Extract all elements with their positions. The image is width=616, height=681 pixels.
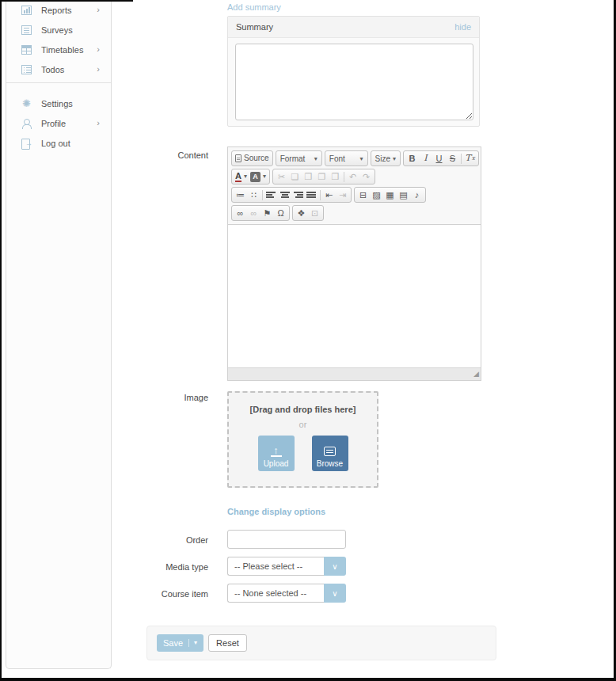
chart-icon [21, 6, 32, 15]
sidebar-item-label: Surveys [41, 25, 73, 35]
toolbar-row-2: A ▾ A ▾ ✂ ❏ ❒ ❐ ❒ ↶ ↷ [231, 169, 479, 185]
insert-iframe-button[interactable]: ▤ [397, 188, 410, 201]
survey-icon [21, 25, 32, 35]
paste-button[interactable]: ❒ [302, 170, 315, 183]
size-dropdown[interactable]: Size ▾ [371, 150, 401, 166]
upload-button-label: Upload [264, 459, 289, 468]
course-item-selected-value: -- None selected -- [227, 584, 324, 603]
align-left-button[interactable] [264, 188, 278, 201]
editor-content-area[interactable] [228, 225, 481, 367]
horizontal-rule-button[interactable]: ⊟ [356, 188, 370, 201]
bulleted-list-button[interactable]: ∷ [247, 188, 260, 201]
media-type-label: Media type [113, 562, 208, 572]
cut-button[interactable]: ✂ [275, 170, 288, 183]
upload-button[interactable]: ↑ Upload [258, 436, 295, 471]
editor-toolbar: Source Format ▾ Font ▾ Size ▾ B I [228, 147, 481, 225]
gear-icon: ✺ [21, 99, 32, 108]
align-justify-icon [306, 190, 317, 200]
background-color-button[interactable]: A ▾ [249, 170, 268, 183]
sidebar-divider [6, 82, 111, 83]
align-right-icon [293, 190, 303, 200]
format-label: Format [280, 154, 306, 163]
chevron-right-icon: › [97, 6, 100, 14]
summary-panel: Summary hide [227, 16, 480, 127]
align-center-button[interactable] [278, 188, 291, 201]
format-dropdown[interactable]: Format ▾ [276, 150, 322, 166]
media-type-select[interactable]: -- Please select -- ∨ [227, 557, 346, 576]
outdent-button[interactable]: ⇤ [322, 188, 336, 201]
undo-button[interactable]: ↶ [346, 170, 359, 183]
course-item-dropdown-button[interactable]: ∨ [324, 584, 346, 603]
toolbar-separator [461, 154, 462, 164]
bold-button[interactable]: B [405, 152, 419, 165]
redo-button[interactable]: ↷ [359, 170, 373, 183]
image-label: Image [113, 393, 208, 402]
source-button[interactable]: Source [234, 152, 271, 165]
course-item-label: Course item [113, 589, 208, 599]
special-character-button[interactable]: Ω [274, 207, 287, 219]
link-button[interactable]: ∞ [234, 207, 247, 219]
text-color-button[interactable]: A ▾ [234, 170, 249, 183]
italic-button[interactable]: I [419, 152, 432, 165]
toolbar-separator [320, 190, 321, 200]
sidebar-item-logout[interactable]: Log out [6, 133, 111, 153]
chevron-right-icon: › [97, 45, 100, 54]
insert-table-button[interactable]: ▦ [383, 188, 397, 201]
summary-textarea[interactable] [235, 44, 473, 120]
sidebar-item-label: Timetables [41, 45, 83, 55]
underline-button[interactable]: U [432, 152, 446, 165]
align-right-button[interactable] [291, 188, 305, 201]
chevron-down-icon: ∨ [332, 589, 337, 598]
sidebar-item-todos[interactable]: Todos › [6, 59, 111, 79]
drop-zone-text: [Drag and drop files here] [229, 405, 377, 414]
editor-bottom-bar: ◢ [228, 367, 481, 380]
paste-as-text-button[interactable]: ❐ [315, 170, 329, 183]
browse-button[interactable]: Browse [312, 436, 348, 471]
sidebar-item-surveys[interactable]: Surveys [6, 20, 111, 40]
align-justify-button[interactable] [305, 188, 318, 201]
file-drop-zone[interactable]: [Drag and drop files here] or ↑ Upload B… [227, 391, 378, 488]
resize-grip-icon[interactable]: ◢ [473, 371, 479, 378]
chevron-down-icon: ▾ [263, 170, 266, 183]
order-input[interactable] [227, 530, 346, 549]
chevron-down-icon: ∨ [332, 562, 337, 571]
hide-link[interactable]: hide [454, 22, 471, 32]
sidebar-item-label: Todos [41, 65, 64, 74]
remove-format-button[interactable]: Tx [463, 152, 477, 165]
sidebar-item-timetables[interactable]: Timetables › [6, 40, 111, 59]
save-button[interactable]: Save ▾ [157, 634, 203, 652]
numbered-list-button[interactable]: ≔ [234, 188, 247, 201]
copy-button[interactable]: ❏ [288, 170, 302, 183]
insert-audio-button[interactable]: ♪ [410, 188, 424, 201]
summary-panel-title: Summary [236, 22, 273, 32]
paste-from-word-button[interactable]: ❒ [329, 170, 342, 183]
reset-button[interactable]: Reset [208, 634, 247, 652]
chevron-down-icon: ▾ [360, 155, 363, 162]
add-summary-link[interactable]: Add summary [227, 2, 281, 12]
calendar-icon [21, 45, 32, 55]
anchor-button[interactable]: ⚑ [260, 207, 274, 219]
chevron-right-icon: › [97, 119, 100, 127]
sidebar: Reports › Surveys Timetables › Todos › ✺… [6, 0, 112, 669]
indent-button[interactable]: ⇥ [336, 188, 349, 201]
media-type-dropdown-button[interactable]: ∨ [324, 557, 346, 576]
course-item-select[interactable]: -- None selected -- ∨ [227, 584, 346, 603]
toolbar-separator [344, 172, 344, 182]
unlink-button[interactable]: ∞ [247, 207, 260, 219]
source-icon [235, 154, 241, 162]
summary-panel-header: Summary hide [228, 17, 479, 38]
font-dropdown[interactable]: Font ▾ [325, 150, 368, 166]
sidebar-item-settings[interactable]: ✺ Settings [6, 93, 111, 113]
chevron-right-icon: › [97, 65, 100, 74]
strikethrough-button[interactable]: S [446, 152, 459, 165]
page-border-top [0, 0, 133, 2]
sidebar-item-profile[interactable]: Profile › [6, 113, 111, 133]
change-display-options-link[interactable]: Change display options [227, 507, 325, 516]
sidebar-item-label: Settings [41, 99, 73, 108]
maximize-button[interactable]: ❖ [295, 207, 308, 219]
sidebar-item-reports[interactable]: Reports › [6, 0, 111, 20]
insert-image-button[interactable]: ▨ [370, 188, 383, 201]
save-dropdown-caret-icon[interactable]: ▾ [188, 639, 197, 647]
chevron-down-icon: ▾ [244, 170, 247, 183]
show-blocks-button[interactable]: ⊡ [308, 207, 321, 219]
